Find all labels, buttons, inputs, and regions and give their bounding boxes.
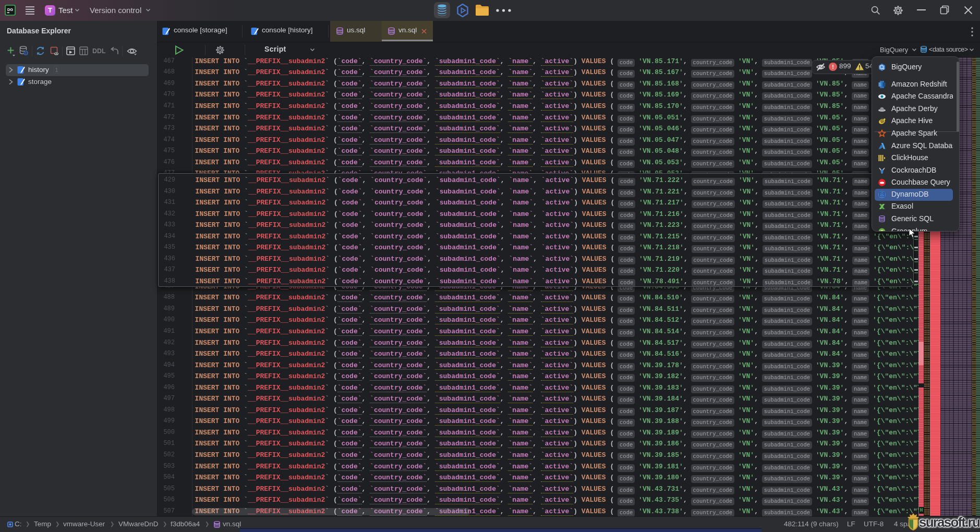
svg-text:DG: DG [7, 7, 13, 12]
